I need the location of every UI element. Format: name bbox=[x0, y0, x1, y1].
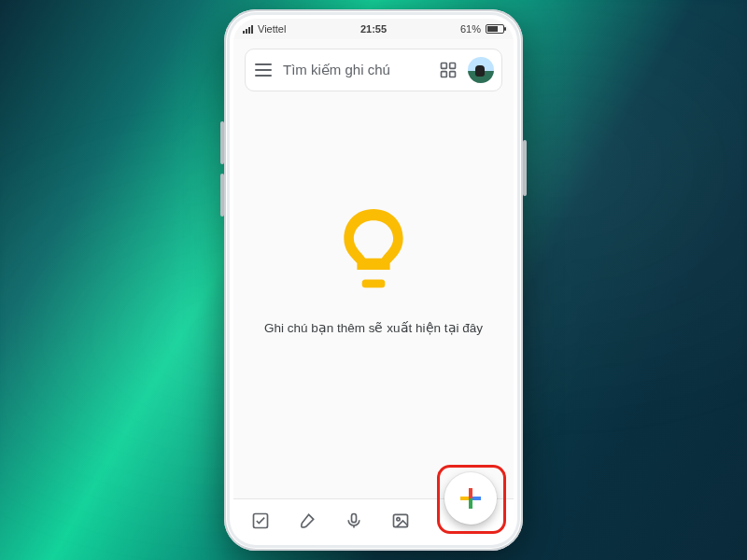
empty-message: Ghi chú bạn thêm sẽ xuất hiện tại đây bbox=[264, 320, 483, 335]
clock-label: 21:55 bbox=[233, 23, 514, 35]
battery-icon bbox=[486, 24, 504, 34]
add-note-button[interactable] bbox=[444, 472, 497, 525]
mic-icon[interactable] bbox=[344, 511, 364, 531]
svg-rect-2 bbox=[442, 72, 447, 77]
avatar[interactable] bbox=[468, 57, 494, 83]
checkbox-icon[interactable] bbox=[250, 511, 271, 531]
svg-rect-4 bbox=[362, 280, 386, 288]
search-bar[interactable]: Tìm kiếm ghi chú bbox=[245, 49, 502, 91]
power-button[interactable] bbox=[523, 140, 527, 196]
volume-down-button[interactable] bbox=[220, 174, 224, 217]
image-icon[interactable] bbox=[390, 511, 411, 531]
brush-icon[interactable] bbox=[297, 511, 317, 531]
svg-rect-0 bbox=[442, 63, 447, 69]
svg-rect-7 bbox=[394, 514, 408, 526]
phone-frame: Viettel 21:55 61% Tìm kiếm ghi chú bbox=[224, 9, 523, 551]
screen: Viettel 21:55 61% Tìm kiếm ghi chú bbox=[233, 19, 514, 541]
svg-rect-3 bbox=[450, 72, 456, 77]
empty-state: Ghi chú bạn thêm sẽ xuất hiện tại đây bbox=[233, 95, 514, 498]
lightbulb-icon bbox=[332, 203, 415, 296]
svg-rect-6 bbox=[352, 513, 357, 522]
status-bar: Viettel 21:55 61% bbox=[233, 19, 514, 39]
svg-rect-1 bbox=[450, 63, 456, 69]
search-placeholder[interactable]: Tìm kiếm ghi chú bbox=[283, 62, 429, 78]
menu-icon[interactable] bbox=[253, 60, 274, 80]
volume-up-button[interactable] bbox=[220, 121, 224, 164]
grid-view-icon[interactable] bbox=[438, 60, 458, 80]
svg-point-8 bbox=[397, 517, 400, 520]
plus-icon bbox=[460, 488, 481, 509]
